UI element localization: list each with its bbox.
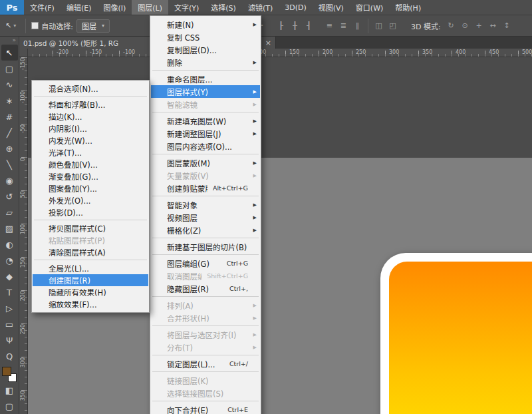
zoom-tool[interactable]: Q: [1, 348, 18, 364]
menu-item[interactable]: 创建图层(R): [33, 274, 148, 286]
foreground-color-swatch[interactable]: [2, 367, 11, 376]
3d-rotate-icon[interactable]: ↻: [445, 19, 458, 32]
screen-mode-icon[interactable]: ▢: [1, 398, 18, 414]
menu-item[interactable]: 外发光(O)...: [33, 194, 148, 206]
menu-item-label: 光泽(T)...: [49, 147, 136, 158]
align-right-edges-icon[interactable]: ┨: [303, 19, 315, 32]
rounded-rectangle-shape[interactable]: [380, 253, 532, 414]
auto-align-layers-icon[interactable]: ◫: [372, 19, 385, 32]
menu-item[interactable]: 缩放效果(F)...: [33, 298, 148, 310]
menu-item[interactable]: 图案叠加(Y)...: [33, 182, 148, 194]
align-horizontal-centers-icon[interactable]: ╂: [289, 19, 301, 32]
submenu-arrow-icon: ▶: [253, 332, 257, 337]
document-tab-bar: 01.psd @ 100% (矩形 1, RG ×: [19, 37, 532, 49]
horizontal-ruler[interactable]: -200-150-100100150200250300350400450500: [19, 49, 532, 57]
menu-item[interactable]: 新建(N)▶: [151, 18, 260, 31]
menu-item[interactable]: 新建填充图层(W)▶: [151, 114, 260, 127]
menubar-item[interactable]: 选择(S): [205, 0, 242, 15]
menubar-item[interactable]: 视图(V): [313, 0, 350, 15]
history-brush-tool[interactable]: ↺: [1, 188, 18, 204]
move-tool[interactable]: ↖: [1, 45, 18, 61]
menu-item[interactable]: 描边(K)...: [33, 110, 148, 122]
menu-item[interactable]: 隐藏所有效果(H): [33, 286, 148, 298]
menu-item[interactable]: 图层蒙版(M)▶: [151, 156, 260, 169]
eraser-tool[interactable]: ▱: [1, 204, 18, 220]
gradient-tool[interactable]: ▨: [1, 220, 18, 236]
clone-stamp-tool[interactable]: ◉: [1, 172, 18, 188]
menu-item[interactable]: 投影(D)...: [33, 206, 148, 218]
menubar-item[interactable]: 编辑(E): [61, 0, 98, 15]
menu-item[interactable]: 清除图层样式(A): [33, 246, 148, 258]
menu-item-label: 视频图层: [167, 212, 248, 223]
menu-item[interactable]: 复制 CSS: [151, 31, 260, 43]
menu-item[interactable]: 内阴影(I)...: [33, 122, 148, 134]
dodge-tool[interactable]: ◔: [1, 252, 18, 268]
3d-scale-icon[interactable]: ↕: [501, 19, 513, 32]
lasso-tool[interactable]: ∿: [1, 77, 18, 93]
menu-item-label: 内发光(W)...: [49, 135, 136, 146]
distribute-evenly-icon[interactable]: ≣: [337, 19, 350, 32]
type-tool[interactable]: T: [1, 284, 18, 300]
menu-item[interactable]: 智能对象▶: [151, 198, 260, 211]
menu-item[interactable]: 新建调整图层(J)▶: [151, 127, 260, 140]
options-separator: [25, 19, 26, 33]
quick-selection-tool[interactable]: ∗: [1, 93, 18, 108]
distribute-widths-icon[interactable]: ‖: [351, 19, 364, 32]
eyedropper-tool[interactable]: ╱: [1, 124, 18, 140]
arrange-layers-icon[interactable]: ◰: [386, 19, 399, 32]
menu-item[interactable]: 颜色叠加(V)...: [33, 158, 148, 170]
menu-item[interactable]: 创建剪贴蒙版(C)Alt+Ctrl+G: [151, 182, 260, 194]
menubar-item[interactable]: 帮助(H): [389, 0, 427, 15]
menu-item[interactable]: 删除▶: [151, 56, 260, 69]
menu-item[interactable]: 斜面和浮雕(B)...: [33, 99, 148, 110]
menu-item[interactable]: 混合选项(N)...: [33, 83, 148, 95]
menu-item[interactable]: 图层编组(G)Ctrl+G: [151, 257, 260, 270]
auto-select-target-dropdown[interactable]: 图层 ▾: [76, 19, 110, 33]
menubar-item[interactable]: 文字(Y): [168, 0, 205, 15]
hand-tool[interactable]: Ψ: [1, 332, 18, 348]
pen-tool[interactable]: ◆: [1, 268, 18, 284]
menu-item-label: 向下合并(E): [167, 405, 222, 414]
menubar-item[interactable]: 滤镜(T): [242, 0, 279, 15]
menubar-item[interactable]: 3D(D): [279, 0, 313, 15]
menu-item[interactable]: 复制图层(D)...: [151, 43, 260, 56]
3d-roll-icon[interactable]: ⊙: [459, 19, 471, 32]
menu-item[interactable]: 渐变叠加(G)...: [33, 170, 148, 182]
menubar-item[interactable]: 文件(F): [24, 0, 61, 15]
menu-item[interactable]: 隐藏图层(R)Ctrl+,: [151, 282, 260, 295]
brush-tool[interactable]: ╲: [1, 156, 18, 172]
3d-slide-icon[interactable]: ↔: [487, 19, 499, 32]
menubar-item[interactable]: 窗口(W): [350, 0, 389, 15]
menu-item[interactable]: 重命名图层...: [151, 73, 260, 85]
auto-select-target-value: 图层: [82, 21, 96, 31]
menu-item[interactable]: 拷贝图层样式(C): [33, 222, 148, 234]
menu-item[interactable]: 锁定图层(L)...Ctrl+/: [151, 357, 260, 370]
vertical-ruler[interactable]: -150-100-50050100150200250300350: [19, 57, 28, 414]
menu-item[interactable]: 图层样式(Y)▶: [151, 85, 260, 98]
menu-item[interactable]: 新建基于图层的切片(B): [151, 240, 260, 253]
3d-pan-icon[interactable]: +: [473, 19, 485, 32]
menu-item[interactable]: 视频图层▶: [151, 211, 260, 224]
distribute-heights-icon[interactable]: ≡: [323, 19, 336, 32]
close-icon[interactable]: ×: [265, 39, 271, 47]
menu-item[interactable]: 栅格化(Z)▶: [151, 224, 260, 236]
tool-preset-picker[interactable]: ↖ ▾: [0, 21, 21, 30]
blur-tool[interactable]: ◐: [1, 236, 18, 252]
crop-tool[interactable]: #: [1, 108, 18, 124]
menu-item[interactable]: 内发光(W)...: [33, 134, 148, 146]
collapse-panel-icon[interactable]: »: [12, 37, 19, 45]
menu-item[interactable]: 向下合并(E)Ctrl+E: [151, 403, 260, 414]
rectangular-marquee-tool[interactable]: ▢: [1, 61, 18, 77]
shape-tool[interactable]: ▭: [1, 316, 18, 332]
menubar-item[interactable]: 图像(I): [97, 0, 132, 15]
auto-select-checkbox[interactable]: [31, 22, 39, 29]
menu-item[interactable]: 图层内容选项(O)...: [151, 140, 260, 152]
menubar-item[interactable]: 图层(L): [132, 0, 168, 15]
quick-mask-icon[interactable]: ◧: [1, 382, 18, 398]
menu-item[interactable]: 全局光(L)...: [33, 262, 148, 274]
menu-item[interactable]: 光泽(T)...: [33, 146, 148, 158]
align-left-edges-icon[interactable]: ┠: [275, 19, 287, 32]
path-selection-tool[interactable]: ▷: [1, 300, 18, 316]
spot-healing-brush-tool[interactable]: ⊕: [1, 140, 18, 156]
ruler-number: 300: [389, 49, 399, 55]
